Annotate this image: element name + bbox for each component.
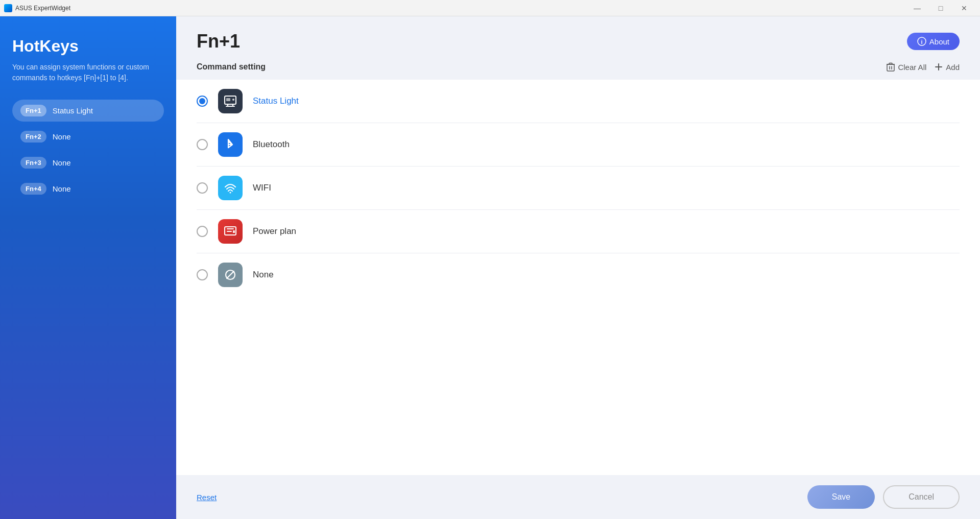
options-list: Status Light Bluetooth bbox=[176, 80, 980, 475]
radio-status-light[interactable] bbox=[197, 96, 208, 107]
bluetooth-label: Bluetooth bbox=[253, 139, 290, 150]
sidebar: HotKeys You can assign system functions … bbox=[0, 16, 176, 519]
option-row-status-light[interactable]: Status Light bbox=[197, 80, 960, 123]
monitor-icon bbox=[223, 94, 237, 108]
svg-point-6 bbox=[230, 192, 231, 194]
status-light-label: Status Light bbox=[253, 96, 299, 106]
svg-rect-8 bbox=[233, 230, 235, 233]
none-icon bbox=[223, 268, 237, 282]
content-footer: Reset Save Cancel bbox=[176, 475, 980, 519]
sidebar-description: You can assign system functions or custo… bbox=[12, 62, 164, 83]
sidebar-item-fn3[interactable]: Fn+3 None bbox=[12, 152, 164, 174]
main-layout: HotKeys You can assign system functions … bbox=[0, 16, 980, 519]
title-bar-left: ASUS ExpertWidget bbox=[4, 4, 70, 12]
none-label: None bbox=[253, 270, 274, 280]
radio-none[interactable] bbox=[197, 269, 208, 280]
sidebar-item-fn1[interactable]: Fn+1 Status Light bbox=[12, 100, 164, 122]
minimize-button[interactable]: — bbox=[905, 0, 929, 16]
svg-rect-4 bbox=[226, 98, 230, 101]
wifi-icon-bg bbox=[218, 176, 243, 200]
none-icon-bg bbox=[218, 263, 243, 287]
option-row-bluetooth[interactable]: Bluetooth bbox=[197, 123, 960, 167]
option-row-none[interactable]: None bbox=[197, 253, 960, 296]
title-bar: ASUS ExpertWidget — □ ✕ bbox=[0, 0, 980, 16]
wifi-label: WIFI bbox=[253, 183, 271, 193]
reset-button[interactable]: Reset bbox=[197, 493, 217, 502]
svg-point-5 bbox=[232, 99, 234, 101]
radio-wifi[interactable] bbox=[197, 182, 208, 194]
fn3-key: Fn+3 bbox=[20, 157, 46, 169]
about-label: About bbox=[929, 37, 949, 46]
save-button[interactable]: Save bbox=[807, 485, 875, 509]
page-title: Fn+1 bbox=[197, 31, 240, 52]
info-icon: i bbox=[917, 37, 926, 46]
fn2-key: Fn+2 bbox=[20, 131, 46, 143]
bluetooth-icon-bg bbox=[218, 132, 243, 157]
radio-power-plan[interactable] bbox=[197, 226, 208, 237]
app-icon bbox=[4, 4, 12, 12]
power-plan-label: Power plan bbox=[253, 226, 296, 237]
maximize-button[interactable]: □ bbox=[929, 0, 952, 16]
power-plan-icon bbox=[223, 224, 237, 239]
radio-inner-status-light bbox=[199, 98, 205, 104]
content-header: Fn+1 i About bbox=[176, 16, 980, 52]
cancel-button[interactable]: Cancel bbox=[883, 485, 960, 509]
radio-bluetooth[interactable] bbox=[197, 139, 208, 150]
footer-actions: Save Cancel bbox=[807, 485, 960, 509]
fn4-label: None bbox=[53, 184, 71, 193]
status-light-icon-bg bbox=[218, 89, 243, 113]
trash-icon bbox=[887, 62, 895, 72]
svg-rect-2 bbox=[887, 64, 894, 71]
fn3-label: None bbox=[53, 158, 71, 167]
clear-all-button[interactable]: Clear All bbox=[887, 62, 926, 72]
app-title: ASUS ExpertWidget bbox=[15, 5, 70, 12]
add-label: Add bbox=[946, 63, 960, 72]
clear-all-label: Clear All bbox=[898, 63, 926, 72]
add-button[interactable]: Add bbox=[935, 63, 960, 72]
content-area: Fn+1 i About Command setting bbox=[176, 16, 980, 519]
fn4-key: Fn+4 bbox=[20, 183, 46, 195]
sidebar-nav: Fn+1 Status Light Fn+2 None Fn+3 None Fn… bbox=[12, 100, 164, 200]
power-icon-bg bbox=[218, 219, 243, 244]
command-setting-label: Command setting bbox=[197, 62, 266, 72]
fn2-label: None bbox=[53, 132, 71, 141]
about-button[interactable]: i About bbox=[907, 33, 960, 50]
option-row-wifi[interactable]: WIFI bbox=[197, 167, 960, 210]
svg-text:i: i bbox=[921, 39, 922, 45]
wifi-icon bbox=[223, 181, 237, 195]
command-bar: Command setting Clear All bbox=[176, 52, 980, 80]
plus-icon bbox=[935, 63, 943, 71]
sidebar-item-fn2[interactable]: Fn+2 None bbox=[12, 126, 164, 148]
bluetooth-icon bbox=[223, 137, 237, 152]
window-controls: — □ ✕ bbox=[905, 0, 976, 16]
fn1-key: Fn+1 bbox=[20, 105, 46, 116]
sidebar-title: HotKeys bbox=[12, 37, 164, 56]
sidebar-item-fn4[interactable]: Fn+4 None bbox=[12, 178, 164, 200]
close-button[interactable]: ✕ bbox=[952, 0, 976, 16]
option-row-power-plan[interactable]: Power plan bbox=[197, 210, 960, 253]
command-bar-actions: Clear All Add bbox=[887, 62, 960, 72]
fn1-label: Status Light bbox=[53, 106, 93, 115]
